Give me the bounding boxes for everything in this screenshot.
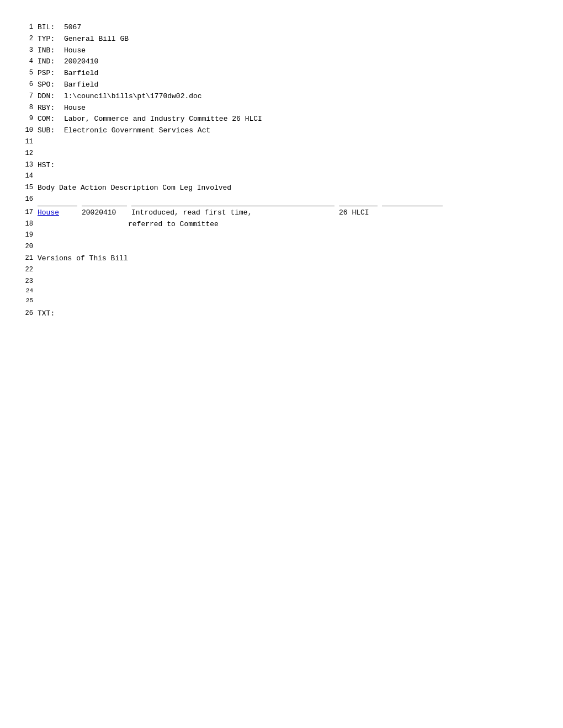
sub-label: SUB: xyxy=(38,125,60,137)
ind-label: IND: xyxy=(38,56,60,68)
line-7: 7 DDN:l:\council\bills\pt\1770dw02.doc xyxy=(22,91,541,103)
txt-field: TXT: xyxy=(38,308,541,320)
line-num-11: 11 xyxy=(22,137,38,148)
line-1: 1 BIL:5067 xyxy=(22,22,541,34)
line-num-6: 6 xyxy=(22,79,38,91)
inb-field: INB:House xyxy=(38,45,541,57)
line-num-26: 26 xyxy=(22,308,38,320)
psp-field: PSP:Barfield xyxy=(38,68,541,79)
house-link[interactable]: House xyxy=(38,208,59,217)
line-num-21: 21 xyxy=(22,253,38,265)
psp-value: Barfield xyxy=(64,69,98,77)
line-20: 20 xyxy=(22,242,541,253)
ind-field: IND:20020410 xyxy=(38,56,541,68)
rby-field: RBY:House xyxy=(38,103,541,114)
line-num-10: 10 xyxy=(22,125,38,137)
line-num-25: 25 xyxy=(22,297,38,308)
line-num-12: 12 xyxy=(22,148,38,160)
hst-field: HST: xyxy=(38,160,541,172)
line-4: 4 IND:20020410 xyxy=(22,56,541,68)
history-continuation: referred to Committee xyxy=(38,219,541,231)
line-num-14: 14 xyxy=(22,171,38,183)
line-num-23: 23 xyxy=(22,276,38,288)
col-header-body: Body xyxy=(38,184,55,192)
line-9: 9 COM:Labor, Commerce and Industry Commi… xyxy=(22,114,541,125)
line-24-25b: 25 xyxy=(22,297,541,308)
line-num-22: 22 xyxy=(22,265,38,276)
rby-label: RBY: xyxy=(38,103,60,114)
col-header-leg: Leg Involved xyxy=(180,184,232,192)
line-num-2: 2 xyxy=(22,34,38,45)
line-16: 16 xyxy=(22,194,541,207)
sub-field: SUB:Electronic Government Services Act xyxy=(38,125,541,137)
line-num-16: 16 xyxy=(22,194,38,207)
line-num-19: 19 xyxy=(22,230,38,242)
line-10: 10 SUB:Electronic Government Services Ac… xyxy=(22,125,541,137)
line-num-17: 17 xyxy=(22,207,38,219)
line-num-9: 9 xyxy=(22,114,38,125)
bil-label: BIL: xyxy=(38,22,60,34)
ddn-field: DDN:l:\council\bills\pt\1770dw02.doc xyxy=(38,91,541,103)
com-field: COM:Labor, Commerce and Industry Committ… xyxy=(38,114,541,125)
line-num-8: 8 xyxy=(22,103,38,114)
typ-label: TYP: xyxy=(38,34,60,45)
history-action: Introduced, read first time, xyxy=(131,207,334,219)
line-5: 5 PSP:Barfield xyxy=(22,68,541,79)
line-22: 22 xyxy=(22,265,541,276)
spo-field: SPO:Barfield xyxy=(38,79,541,91)
ind-value: 20020410 xyxy=(64,57,98,66)
line-num-1: 1 xyxy=(22,22,38,34)
line-24-25: 24 xyxy=(22,287,541,298)
history-data-row: House 20020410 Introduced, read first ti… xyxy=(38,207,541,219)
line-num-13: 13 xyxy=(22,160,38,172)
line-num-18: 18 xyxy=(22,219,38,231)
versions-heading: Versions of This Bill xyxy=(38,253,541,265)
history-com: 26 HLCI xyxy=(339,207,378,219)
line-13: 13 HST: xyxy=(22,160,541,172)
line-21: 21 Versions of This Bill xyxy=(22,253,541,265)
hst-label: HST: xyxy=(38,160,60,172)
sub-value: Electronic Government Services Act xyxy=(64,126,210,135)
line-17: 17 House 20020410 Introduced, read first… xyxy=(22,207,541,219)
history-body-link[interactable]: House xyxy=(38,207,77,219)
col-header-date: Date xyxy=(59,184,76,192)
line-18: 18 referred to Committee xyxy=(22,219,541,231)
line-8: 8 RBY:House xyxy=(22,103,541,114)
line-6: 6 SPO:Barfield xyxy=(22,79,541,91)
rby-value: House xyxy=(64,104,86,112)
line-15: 15 Body Date Action Description Com Leg … xyxy=(22,183,541,194)
line-num-4: 4 xyxy=(22,56,38,68)
line-num-5: 5 xyxy=(22,68,38,79)
line-26: 26 TXT: xyxy=(22,308,541,320)
ddn-value: l:\council\bills\pt\1770dw02.doc xyxy=(64,92,202,100)
com-value: Labor, Commerce and Industry Committee 2… xyxy=(64,115,262,123)
page-content: 1 BIL:5067 2 TYP:General Bill GB 3 INB:H… xyxy=(22,22,541,320)
line-11: 11 xyxy=(22,137,541,148)
history-divider xyxy=(38,194,541,207)
ddn-label: DDN: xyxy=(38,91,60,103)
line-14: 14 xyxy=(22,171,541,183)
com-label: COM: xyxy=(38,114,60,125)
line-num-20: 20 xyxy=(22,242,38,253)
txt-label: TXT: xyxy=(38,308,60,320)
typ-value: General Bill GB xyxy=(64,35,129,43)
history-header-row: Body Date Action Description Com Leg Inv… xyxy=(38,183,541,194)
typ-field: TYP:General Bill GB xyxy=(38,34,541,45)
history-date: 20020410 xyxy=(82,207,127,219)
inb-label: INB: xyxy=(38,45,60,57)
line-num-3: 3 xyxy=(22,45,38,57)
line-19: 19 xyxy=(22,230,541,242)
bil-field: BIL:5067 xyxy=(38,22,541,34)
line-23: 23 xyxy=(22,276,541,288)
line-2: 2 TYP:General Bill GB xyxy=(22,34,541,45)
psp-label: PSP: xyxy=(38,68,60,79)
line-num-15: 15 xyxy=(22,183,38,194)
bil-value: 5067 xyxy=(64,23,81,31)
line-num-7: 7 xyxy=(22,91,38,103)
history-leg xyxy=(382,207,443,219)
col-header-com: Com xyxy=(162,184,175,192)
line-12: 12 xyxy=(22,148,541,160)
inb-value: House xyxy=(64,46,86,55)
col-header-action: Action Description xyxy=(81,184,158,192)
line-3: 3 INB:House xyxy=(22,45,541,57)
